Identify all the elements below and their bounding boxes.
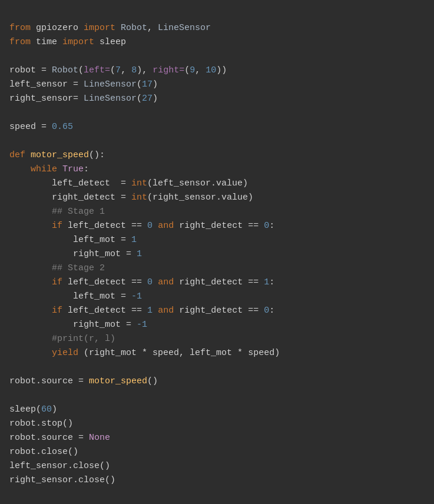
- func-motor-speed: motor_speed: [31, 150, 89, 160]
- code-editor: from gpiozero import Robot, LineSensor f…: [9, 7, 425, 488]
- num-10: 10: [206, 65, 216, 75]
- num-8: 8: [131, 65, 137, 75]
- num-9: 9: [190, 65, 195, 75]
- class-robot: Robot: [121, 23, 147, 33]
- keyword-import: import: [84, 23, 115, 33]
- param-left: left=: [84, 65, 110, 75]
- param-right: right=: [153, 65, 184, 75]
- keyword-from2: from: [9, 37, 31, 47]
- keyword-from: from: [9, 23, 31, 33]
- class-linesensor: LineSensor: [158, 23, 211, 33]
- keyword-import2: import: [62, 37, 94, 47]
- num-7: 7: [115, 65, 121, 75]
